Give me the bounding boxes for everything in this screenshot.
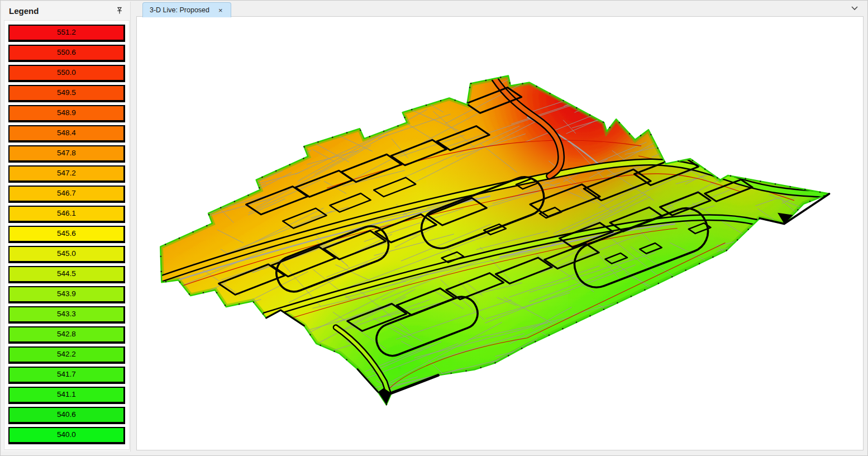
legend-item: 546.1 [8,206,125,223]
tab-label: 3-D Live: Proposed [150,6,209,14]
pin-icon[interactable] [115,6,125,16]
app-window: { "legend_panel": { "title": "Legend", "… [0,0,868,456]
legend-item: 547.8 [8,145,125,163]
legend-item: 545.6 [8,226,125,243]
legend-item: 548.9 [8,105,125,122]
legend-item: 543.3 [8,306,125,324]
legend-item: 550.0 [8,65,125,82]
legend-item: 542.2 [8,346,125,364]
legend-item: 549.5 [8,85,125,102]
legend-header: Legend [2,2,130,20]
legend-item: 546.7 [8,186,125,203]
legend-item: 547.2 [8,165,125,183]
legend-item: 541.7 [8,367,125,384]
legend-item: 550.6 [8,45,125,62]
legend-items: 551.2550.6550.0549.5548.9548.4547.8547.2… [4,20,130,450]
legend-item: 540.6 [8,407,125,424]
viewport-card [136,16,864,450]
legend-title: Legend [9,6,39,16]
tab-close-icon[interactable]: × [217,6,224,15]
legend-item: 540.0 [8,427,125,444]
legend-item: 542.8 [8,326,125,344]
legend-item: 551.2 [8,25,125,42]
chevron-down-icon[interactable] [850,3,860,13]
legend-panel: Legend 551.2550.6550.0549.5548.9548.4547… [2,2,131,452]
tab-strip: 3-D Live: Proposed × [136,1,864,16]
legend-item: 544.5 [8,266,125,283]
legend-item: 545.0 [8,246,125,263]
legend-item: 548.4 [8,125,125,142]
legend-item: 543.9 [8,286,125,303]
tab-3d-live-proposed[interactable]: 3-D Live: Proposed × [142,2,231,17]
legend-item: 541.1 [8,387,125,404]
three-d-surface-viewport[interactable] [137,17,863,450]
